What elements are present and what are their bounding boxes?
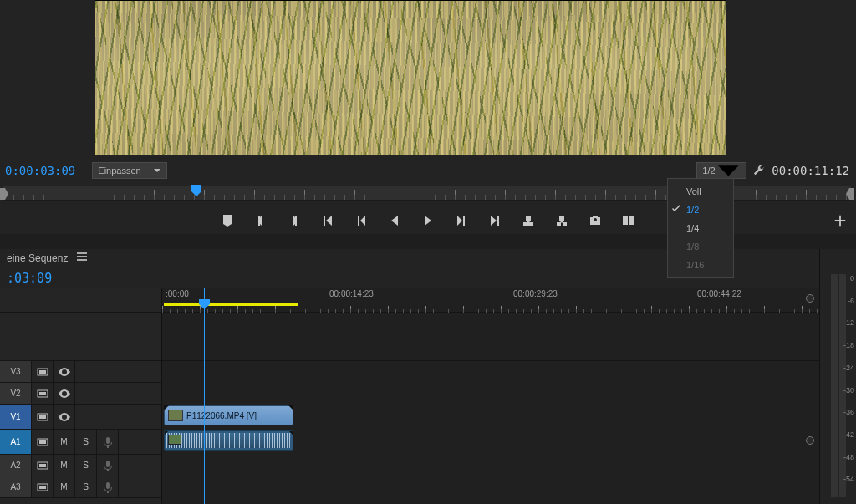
panel-menu-button[interactable]: [76, 251, 88, 265]
svg-rect-3: [39, 370, 46, 374]
voiceover-record-button[interactable]: [97, 455, 119, 476]
timeline-body: V3 V2 V1 A1 M S A2: [0, 288, 819, 504]
track-header-a3[interactable]: A3 M S: [0, 476, 161, 498]
track-lane-a2[interactable]: [162, 455, 819, 476]
track-label[interactable]: A1: [0, 430, 32, 454]
track-visibility-button[interactable]: [54, 361, 75, 382]
voiceover-record-button[interactable]: [97, 430, 119, 454]
settings-button[interactable]: [753, 164, 765, 178]
solo-button[interactable]: S: [75, 476, 97, 497]
check-icon: [671, 204, 683, 216]
solo-button[interactable]: S: [75, 430, 97, 454]
track-label[interactable]: V2: [0, 383, 32, 404]
export-frame-button[interactable]: [588, 213, 603, 228]
track-header-v2[interactable]: V2: [0, 383, 161, 405]
sequence-duration-timecode: 00:00:11:12: [772, 164, 849, 177]
clip-thumbnail: [168, 410, 183, 421]
step-back-button[interactable]: [354, 213, 369, 228]
track-header-a2[interactable]: A2 M S: [0, 455, 161, 476]
extract-button[interactable]: [554, 213, 569, 228]
track-toggle-output-button[interactable]: [32, 430, 54, 454]
track-lane-v1[interactable]: P1122066.MP4 [V]: [162, 405, 819, 430]
chevron-down-icon: [153, 166, 161, 175]
ruler-label: 00:00:44:22: [697, 289, 741, 298]
video-clip[interactable]: P1122066.MP4 [V]: [164, 405, 293, 425]
track-lane-v2[interactable]: [162, 383, 819, 405]
mark-in-button[interactable]: [253, 213, 268, 228]
svg-rect-13: [39, 486, 46, 489]
timeline-ruler[interactable]: :00:00 00:00:14:23 00:00:29:23 00:00:44:…: [162, 288, 819, 313]
track-content-area[interactable]: :00:00 00:00:14:23 00:00:29:23 00:00:44:…: [162, 288, 819, 504]
timeline-playhead[interactable]: [204, 288, 205, 504]
zoom-level-label: Einpassen: [98, 165, 140, 176]
track-label[interactable]: V3: [0, 361, 32, 382]
lift-button[interactable]: [521, 213, 536, 228]
go-to-in-button[interactable]: [320, 213, 335, 228]
preview-frame[interactable]: [95, 0, 726, 155]
mute-button[interactable]: M: [54, 476, 75, 497]
audio-clip[interactable]: [164, 430, 293, 451]
track-headers: V3 V2 V1 A1 M S A2: [0, 288, 162, 504]
resolution-option-eighth: 1/8: [668, 237, 733, 256]
track-toggle-output-button[interactable]: [32, 383, 54, 404]
voiceover-record-button[interactable]: [97, 476, 119, 497]
timeline-panel-title: eine Sequenz: [7, 252, 68, 264]
in-point-handle[interactable]: [0, 188, 8, 200]
resolution-option-full[interactable]: Voll: [668, 182, 733, 201]
svg-rect-11: [39, 464, 46, 467]
track-lane-a1[interactable]: [162, 430, 819, 455]
mark-out-button[interactable]: [287, 213, 302, 228]
step-forward-button[interactable]: [454, 213, 469, 228]
ruler-label: 00:00:29:23: [513, 289, 558, 298]
track-label[interactable]: A2: [0, 455, 32, 476]
track-header-a1[interactable]: A1 M S: [0, 430, 161, 455]
track-toggle-output-button[interactable]: [32, 405, 54, 429]
mute-button[interactable]: M: [54, 455, 75, 476]
track-header-v3[interactable]: V3: [0, 361, 161, 383]
meter-left: [831, 274, 838, 497]
play-backward-button[interactable]: [387, 213, 402, 228]
ruler-label: :00:00: [166, 289, 189, 298]
playback-resolution-dropdown[interactable]: 1/2: [696, 162, 746, 179]
playback-resolution-menu: Voll 1/2 1/4 1/8 1/16: [667, 178, 734, 278]
keyframe-handle[interactable]: [806, 436, 814, 445]
track-toggle-output-button[interactable]: [32, 361, 54, 382]
track-header-v1[interactable]: V1: [0, 405, 161, 430]
keyframe-handle[interactable]: [806, 294, 814, 303]
button-editor-button[interactable]: [833, 213, 848, 228]
current-timecode[interactable]: 0:00:03:09: [5, 164, 75, 177]
playback-resolution-label: 1/2: [702, 165, 715, 176]
svg-rect-5: [39, 392, 46, 395]
playhead-marker[interactable]: [191, 185, 201, 196]
track-toggle-output-button[interactable]: [32, 455, 54, 476]
zoom-level-dropdown[interactable]: Einpassen: [92, 162, 167, 179]
svg-rect-9: [39, 440, 46, 444]
play-button[interactable]: [420, 213, 436, 228]
out-point-handle[interactable]: [846, 188, 854, 200]
wrench-icon: [753, 164, 765, 176]
comparison-view-button[interactable]: [621, 213, 636, 228]
clip-label: P1122066.MP4 [V]: [186, 411, 257, 420]
mute-button[interactable]: M: [54, 430, 75, 454]
preview-video-still: [95, 1, 726, 155]
resolution-option-half[interactable]: 1/2: [668, 201, 733, 219]
ruler-label: 00:00:14:23: [329, 289, 374, 298]
timeline-panel: eine Sequenz :03:09 CC V3 V2 V1: [0, 249, 819, 504]
audio-meter-panel: 0 -6 -12 -18 -24 -30 -36 -42 -48 -54: [819, 249, 856, 504]
track-visibility-button[interactable]: [54, 383, 75, 404]
resolution-option-quarter[interactable]: 1/4: [668, 219, 733, 237]
track-label[interactable]: A3: [0, 476, 32, 497]
audio-waveform: [166, 433, 291, 448]
solo-button[interactable]: S: [75, 455, 97, 476]
track-lane-a3[interactable]: [162, 476, 819, 498]
track-visibility-button[interactable]: [54, 405, 75, 429]
track-label[interactable]: V1: [0, 405, 32, 429]
svg-rect-7: [39, 415, 46, 419]
go-to-out-button[interactable]: [487, 213, 502, 228]
track-lane-v3[interactable]: [162, 361, 819, 383]
track-toggle-output-button[interactable]: [32, 476, 54, 497]
clip-thumbnail: [168, 435, 181, 445]
resolution-option-sixteenth: 1/16: [668, 256, 733, 274]
meter-scale: 0 -6 -12 -18 -24 -30 -36 -42 -48 -54: [838, 274, 854, 497]
add-marker-button[interactable]: [220, 213, 235, 228]
